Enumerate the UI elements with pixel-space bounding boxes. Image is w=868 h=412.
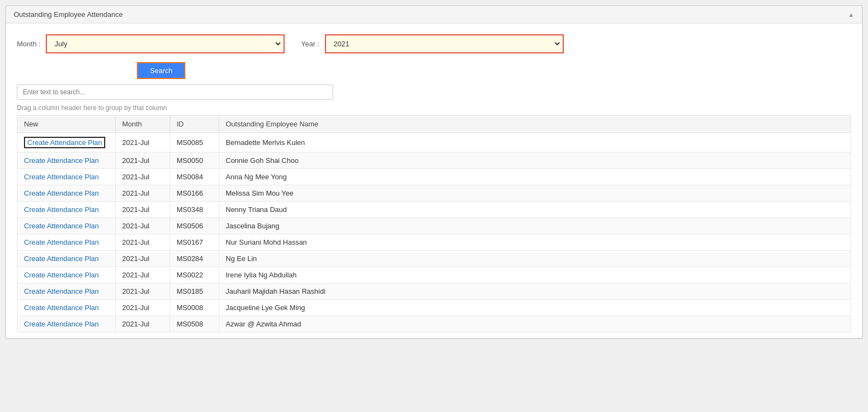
- window-title: Outstanding Employee Attendance: [14, 10, 123, 19]
- cell-name: Nur Suriani Mohd Hassan: [219, 234, 851, 251]
- cell-name: Ng Ee Lin: [219, 251, 851, 267]
- create-attendance-plan-button[interactable]: Create Attendance Plan: [24, 271, 99, 279]
- table-row: Create Attendance Plan2021-JulMS0166Meli…: [17, 185, 851, 202]
- cell-action: Create Attendance Plan: [17, 283, 116, 300]
- cell-action: Create Attendance Plan: [17, 251, 116, 267]
- cell-action: Create Attendance Plan: [17, 133, 116, 153]
- create-attendance-plan-button[interactable]: Create Attendance Plan: [24, 238, 99, 246]
- year-label: Year :: [301, 40, 320, 48]
- table-row: Create Attendance Plan2021-JulMS0506Jasc…: [17, 218, 851, 234]
- month-select[interactable]: January February March April May June Ju…: [48, 37, 282, 51]
- cell-name: Bernadette Merlvis Kulen: [219, 133, 851, 153]
- minimize-icon[interactable]: ▲: [848, 11, 854, 19]
- year-select-wrapper: 2019 2020 2021 2022 2023: [325, 34, 564, 53]
- col-header-new: New: [17, 116, 116, 133]
- cell-id: MS0085: [170, 133, 219, 153]
- content-area: Month : January February March April May…: [6, 23, 862, 338]
- cell-id: MS0284: [170, 251, 219, 267]
- cell-month: 2021-Jul: [116, 218, 170, 234]
- table-row: Create Attendance Plan2021-JulMS0084Anna…: [17, 169, 851, 185]
- cell-id: MS0084: [170, 169, 219, 185]
- create-attendance-plan-button[interactable]: Create Attendance Plan: [24, 320, 99, 328]
- cell-action: Create Attendance Plan: [17, 185, 116, 202]
- cell-id: MS0348: [170, 202, 219, 218]
- cell-name: Melissa Sim Mou Yee: [219, 185, 851, 202]
- cell-month: 2021-Jul: [116, 267, 170, 283]
- cell-name: Anna Ng Mee Yong: [219, 169, 851, 185]
- cell-month: 2021-Jul: [116, 316, 170, 332]
- cell-month: 2021-Jul: [116, 133, 170, 153]
- cell-action: Create Attendance Plan: [17, 202, 116, 218]
- main-window: Outstanding Employee Attendance ▲ Month …: [5, 5, 863, 338]
- create-attendance-plan-button[interactable]: Create Attendance Plan: [24, 137, 105, 148]
- cell-name: Jascelina Bujang: [219, 218, 851, 234]
- month-select-wrapper: January February March April May June Ju…: [46, 34, 285, 53]
- table-row: Create Attendance Plan2021-JulMS0185Jauh…: [17, 283, 851, 300]
- table-row: Create Attendance Plan2021-JulMS0508Azwa…: [17, 316, 851, 332]
- cell-month: 2021-Jul: [116, 283, 170, 300]
- create-attendance-plan-button[interactable]: Create Attendance Plan: [24, 205, 99, 214]
- table-row: Create Attendance Plan2021-JulMS0348Nenn…: [17, 202, 851, 218]
- create-attendance-plan-button[interactable]: Create Attendance Plan: [24, 255, 99, 263]
- table-row: Create Attendance Plan2021-JulMS0167Nur …: [17, 234, 851, 251]
- table-header: New Month ID Outstanding Employee Name: [17, 116, 851, 133]
- table-row: Create Attendance Plan2021-JulMS0085Bern…: [17, 133, 851, 153]
- col-header-name: Outstanding Employee Name: [219, 116, 851, 133]
- cell-id: MS0022: [170, 267, 219, 283]
- cell-action: Create Attendance Plan: [17, 300, 116, 316]
- col-header-id: ID: [170, 116, 219, 133]
- cell-name: Connie Goh Shai Choo: [219, 153, 851, 169]
- table-row: Create Attendance Plan2021-JulMS0008Jacq…: [17, 300, 851, 316]
- year-select[interactable]: 2019 2020 2021 2022 2023: [327, 37, 562, 51]
- cell-action: Create Attendance Plan: [17, 316, 116, 332]
- table-body: Create Attendance Plan2021-JulMS0085Bern…: [17, 133, 851, 332]
- cell-name: Jacqueline Lye Gek Ming: [219, 300, 851, 316]
- title-bar: Outstanding Employee Attendance ▲: [6, 6, 862, 23]
- table-row: Create Attendance Plan2021-JulMS0284Ng E…: [17, 251, 851, 267]
- create-attendance-plan-button[interactable]: Create Attendance Plan: [24, 189, 99, 197]
- year-filter-group: Year : 2019 2020 2021 2022 2023: [301, 34, 564, 53]
- cell-id: MS0506: [170, 218, 219, 234]
- create-attendance-plan-button[interactable]: Create Attendance Plan: [24, 222, 99, 230]
- cell-id: MS0008: [170, 300, 219, 316]
- cell-id: MS0166: [170, 185, 219, 202]
- cell-id: MS0185: [170, 283, 219, 300]
- cell-month: 2021-Jul: [116, 202, 170, 218]
- cell-month: 2021-Jul: [116, 234, 170, 251]
- search-button-row: Search: [17, 59, 851, 79]
- data-table: New Month ID Outstanding Employee Name C…: [17, 115, 851, 332]
- cell-month: 2021-Jul: [116, 153, 170, 169]
- drag-hint: Drag a column header here to group by th…: [17, 104, 851, 112]
- cell-action: Create Attendance Plan: [17, 169, 116, 185]
- cell-month: 2021-Jul: [116, 300, 170, 316]
- search-button[interactable]: Search: [137, 62, 185, 79]
- text-search-wrapper: [17, 84, 851, 100]
- cell-id: MS0167: [170, 234, 219, 251]
- cell-month: 2021-Jul: [116, 169, 170, 185]
- filter-row: Month : January February March April May…: [17, 34, 851, 53]
- cell-id: MS0050: [170, 153, 219, 169]
- col-header-month: Month: [116, 116, 170, 133]
- cell-name: Azwar @ Azwita Ahmad: [219, 316, 851, 332]
- create-attendance-plan-button[interactable]: Create Attendance Plan: [24, 287, 99, 295]
- table-row: Create Attendance Plan2021-JulMS0050Conn…: [17, 153, 851, 169]
- table-row: Create Attendance Plan2021-JulMS0022Iren…: [17, 267, 851, 283]
- create-attendance-plan-button[interactable]: Create Attendance Plan: [24, 173, 99, 181]
- cell-month: 2021-Jul: [116, 185, 170, 202]
- month-filter-group: Month : January February March April May…: [17, 34, 285, 53]
- cell-name: Irene Iylia Ng Abdullah: [219, 267, 851, 283]
- cell-action: Create Attendance Plan: [17, 234, 116, 251]
- create-attendance-plan-button[interactable]: Create Attendance Plan: [24, 304, 99, 312]
- cell-action: Create Attendance Plan: [17, 153, 116, 169]
- cell-name: Jauharil Majidah Hasan Rashidi: [219, 283, 851, 300]
- create-attendance-plan-button[interactable]: Create Attendance Plan: [24, 156, 99, 165]
- cell-month: 2021-Jul: [116, 251, 170, 267]
- cell-name: Nenny Triana Daud: [219, 202, 851, 218]
- cell-action: Create Attendance Plan: [17, 218, 116, 234]
- text-search-input[interactable]: [17, 84, 333, 100]
- month-label: Month :: [17, 40, 40, 48]
- cell-id: MS0508: [170, 316, 219, 332]
- cell-action: Create Attendance Plan: [17, 267, 116, 283]
